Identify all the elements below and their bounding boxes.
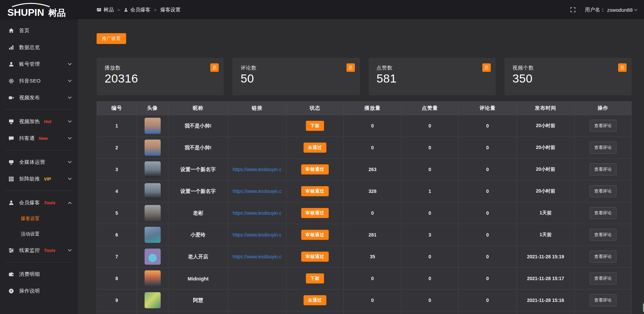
- sidebar-item-member-baoke[interactable]: 会员爆客 Tools: [0, 194, 78, 211]
- column-header: 头像: [137, 102, 168, 115]
- fullscreen-button[interactable]: [570, 7, 576, 12]
- column-header: 点赞量: [401, 102, 459, 115]
- chevron-down-icon: [68, 119, 71, 122]
- chevron-down-icon: [68, 159, 71, 163]
- video-link[interactable]: https://www.iesdouyin.c: [233, 232, 282, 238]
- column-header: 昵称: [168, 102, 228, 115]
- breadcrumb-item-shupin[interactable]: 树品: [97, 7, 114, 13]
- sidebar-item-account-management[interactable]: 账号管理: [0, 56, 78, 72]
- member-icon: [8, 200, 14, 206]
- total-badge: 总: [346, 63, 355, 72]
- avatar: [145, 270, 161, 286]
- total-badge: 总: [210, 63, 219, 72]
- svg-text:SHUPIN: SHUPIN: [7, 7, 44, 18]
- svg-text:树品: 树品: [48, 8, 66, 18]
- sidebar-item-consumption-detail[interactable]: 消费明细: [0, 266, 78, 282]
- page-content: 推广设置 播放数 20316 总 评论数 50 总 点赞数 581 总: [78, 20, 644, 314]
- home-icon: [8, 28, 14, 34]
- column-header: 链接: [228, 102, 286, 115]
- promotion-settings-button[interactable]: 推广设置: [97, 33, 126, 44]
- vip-tag: VIP: [44, 176, 51, 181]
- screen-heat-icon: [8, 119, 14, 124]
- hot-tag: Hot: [44, 119, 51, 124]
- breadcrumb-item-member-baoke[interactable]: 会员爆客: [124, 7, 151, 13]
- chevron-down-icon: [68, 176, 71, 180]
- view-comments-button[interactable]: 查看评论: [590, 207, 616, 219]
- chevron-down-icon: [634, 8, 638, 11]
- main-area: 树品 > 会员爆客 > 爆客设置 用户名： zswodun88: [78, 0, 644, 314]
- topbar: 树品 > 会员爆客 > 爆客设置 用户名： zswodun88: [78, 0, 644, 20]
- view-comments-button[interactable]: 查看评论: [590, 251, 616, 263]
- sidebar-subitem-activity-settings[interactable]: 活动设置: [0, 226, 78, 242]
- status-badge: 未通过: [304, 143, 326, 153]
- chevron-down-icon: [68, 61, 71, 65]
- wallet-icon: [8, 271, 14, 277]
- video-link[interactable]: https://www.iesdouyin.c: [233, 167, 282, 172]
- new-tag: New: [39, 136, 48, 141]
- avatar: [145, 227, 161, 243]
- stat-card-videos: 视频个数 350 总: [504, 58, 632, 95]
- chart-icon: [8, 45, 14, 50]
- view-comments-button[interactable]: 查看评论: [590, 229, 616, 241]
- sidebar-item-matrix-boost[interactable]: 矩阵助推 VIP: [0, 170, 78, 187]
- table-row: 8 Midnight 下架 0 0 0 2021-11-28 15:17 查看评…: [97, 268, 632, 290]
- user-menu[interactable]: 用户名： zswodun88: [585, 7, 637, 13]
- username: zswodun88: [607, 7, 633, 13]
- avatar: [145, 205, 161, 221]
- table-row: 7 老人开店 https://www.iesdouyin.c 审核通过 35 0…: [97, 246, 632, 268]
- status-badge: 未通过: [304, 295, 326, 305]
- chevron-down-icon: [68, 78, 71, 82]
- videos-table: 编号 头像 昵称 链接 状态 播放量 点赞量 评论量 发布时间 操作 1: [97, 101, 632, 314]
- user-icon: [124, 8, 128, 12]
- status-badge: 下架: [306, 121, 324, 131]
- sidebar-item-lead-monitor[interactable]: 线索监控 Tools: [0, 242, 78, 259]
- avatar: [145, 140, 161, 156]
- sidebar-item-doketong[interactable]: 抖客通 New: [0, 130, 78, 147]
- video-publish-icon: [8, 95, 14, 101]
- stat-card-comments: 评论数 50 总: [232, 58, 360, 95]
- view-comments-button[interactable]: 查看评论: [590, 272, 616, 284]
- sidebar-item-douyin-seo[interactable]: 抖音SEO: [0, 72, 78, 89]
- column-header: 操作: [575, 102, 632, 115]
- sidebar-item-video-heat[interactable]: 视频加热 Hot: [0, 113, 78, 130]
- status-badge: 审核通过: [301, 252, 329, 262]
- view-comments-button[interactable]: 查看评论: [590, 163, 616, 175]
- video-link[interactable]: https://www.iesdouyin.c: [233, 210, 282, 216]
- table-row: 2 我不是小帅! 未通过 0 0 0 20小时前 查看评论: [97, 137, 632, 159]
- video-link[interactable]: https://www.iesdouyin.c: [233, 254, 282, 259]
- svg-text:?: ?: [10, 289, 12, 293]
- sidebar-item-home[interactable]: 首页: [0, 22, 78, 39]
- view-comments-button[interactable]: 查看评论: [590, 142, 616, 154]
- gear-icon: [8, 78, 14, 84]
- column-header: 发布时间: [517, 102, 575, 115]
- view-comments-button[interactable]: 查看评论: [590, 185, 616, 197]
- sidebar-subitem-baoke-settings[interactable]: 爆客设置: [0, 211, 78, 226]
- avatar: [145, 249, 161, 265]
- sidebar-item-data-overview[interactable]: 数据总览: [0, 39, 78, 56]
- status-badge: 审核通过: [301, 230, 329, 240]
- breadcrumb-item-baoke-settings[interactable]: 爆客设置: [160, 7, 180, 13]
- table-row: 4 设置一个新名字 https://www.iesdouyin.c 审核通过 3…: [97, 180, 632, 202]
- account-icon: [8, 61, 14, 67]
- logo[interactable]: SHUPIN 树品: [0, 0, 78, 20]
- total-badge: 总: [482, 63, 491, 72]
- sliders-icon: [8, 248, 14, 253]
- table-header-row: 编号 头像 昵称 链接 状态 播放量 点赞量 评论量 发布时间 操作: [97, 102, 632, 115]
- sidebar-item-video-publish[interactable]: 视频发布: [0, 89, 78, 106]
- status-badge: 审核通过: [301, 164, 329, 174]
- view-comments-button[interactable]: 查看评论: [590, 294, 616, 306]
- sidebar-item-instructions[interactable]: ? 操作说明: [0, 282, 78, 299]
- tools-tag: Tools: [44, 200, 55, 205]
- stat-cards: 播放数 20316 总 评论数 50 总 点赞数 581 总 视频个数 350: [97, 58, 632, 95]
- view-comments-button[interactable]: 查看评论: [590, 120, 616, 132]
- breadcrumb-separator: >: [154, 7, 157, 12]
- column-header: 播放量: [344, 102, 401, 115]
- menu-divider: [5, 191, 72, 191]
- sidebar-item-all-media[interactable]: 全媒体运营: [0, 154, 78, 170]
- monitor-icon: [8, 159, 14, 165]
- sidebar: SHUPIN 树品 首页 数据总览 账号管理 抖音SEO: [0, 0, 78, 314]
- sidebar-menu: 首页 数据总览 账号管理 抖音SEO 视频发布: [0, 20, 78, 299]
- stat-card-likes: 点赞数 581 总: [369, 58, 496, 95]
- video-link[interactable]: https://www.iesdouyin.c: [233, 189, 282, 194]
- table-row: 9 阿慧 未通过 0 0 0 2021-11-28 15:16 查看评论: [97, 290, 632, 311]
